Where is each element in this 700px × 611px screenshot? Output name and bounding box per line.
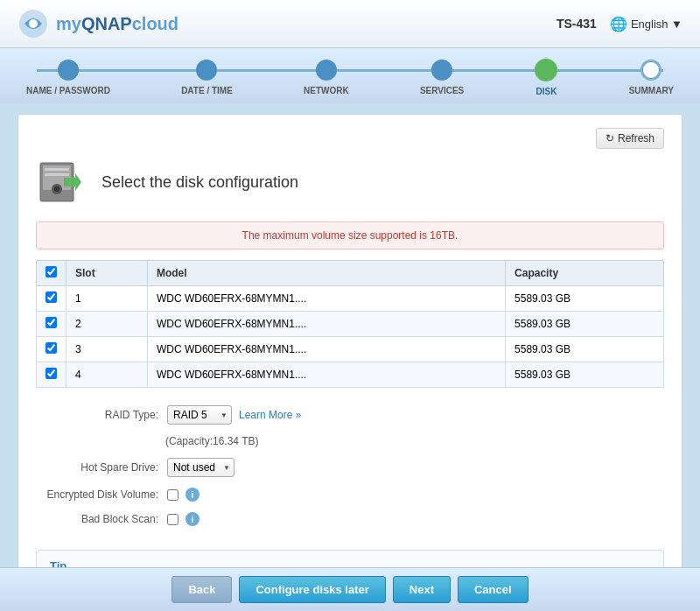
- step-circle-name-password: [58, 60, 79, 81]
- bad-block-checkbox[interactable]: [167, 514, 178, 525]
- th-slot: Slot: [66, 261, 148, 286]
- hot-spare-select-wrapper: Not used: [167, 458, 234, 477]
- row-model-1: WDC WD60EFRX-68MYMN1....: [147, 286, 505, 312]
- step-circle-disk: [535, 59, 557, 81]
- row-slot-1: 1: [66, 286, 148, 312]
- lang-label: English ▼: [631, 18, 682, 31]
- select-all-checkbox[interactable]: [46, 266, 57, 277]
- row-checkbox-4[interactable]: [46, 368, 57, 379]
- main-content: ↻ Refresh Select the disk configuration …: [18, 114, 682, 611]
- bad-block-value: i: [167, 512, 200, 526]
- cancel-button[interactable]: Cancel: [458, 576, 528, 603]
- refresh-label: Refresh: [618, 132, 654, 144]
- header-row: ↻ Refresh: [36, 128, 664, 149]
- header-right: TS-431 🌐 English ▼: [556, 16, 682, 32]
- warning-box: The maximum volume size supported is 16T…: [36, 221, 664, 249]
- row-capacity-4: 5589.03 GB: [506, 362, 664, 388]
- step-circle-date-time: [196, 60, 217, 81]
- th-checkbox: [37, 261, 66, 286]
- step-label-summary: SUMMARY: [629, 86, 674, 95]
- row-checkbox-1[interactable]: [46, 291, 57, 303]
- row-checkbox-cell: [37, 337, 66, 362]
- row-capacity-1: 5589.03 GB: [506, 286, 664, 312]
- lang-selector[interactable]: 🌐 English ▼: [610, 16, 682, 32]
- table-row: 2 WDC WD60EFRX-68MYMN1.... 5589.03 GB: [37, 312, 664, 337]
- row-model-3: WDC WD60EFRX-68MYMN1....: [147, 337, 505, 362]
- row-checkbox-2[interactable]: [46, 317, 57, 328]
- device-name: TS-431: [556, 17, 597, 31]
- svg-point-1: [29, 19, 38, 28]
- row-capacity-3: 5589.03 GB: [506, 337, 664, 362]
- step-date-time: DATE / TIME: [181, 60, 233, 95]
- disk-table: Slot Model Capacity 1 WDC WD60EFRX-68MYM…: [36, 260, 664, 388]
- row-slot-3: 3: [66, 337, 148, 362]
- step-name-password: NAME / PASSWORD: [26, 60, 110, 95]
- row-checkbox-cell: [37, 362, 66, 388]
- raid-type-row: RAID Type: RAID 0 RAID 1 RAID 5 RAID 6 R…: [36, 405, 664, 425]
- raid-type-select[interactable]: RAID 0 RAID 1 RAID 5 RAID 6 RAID 10 JBOD…: [167, 405, 232, 425]
- step-circle-services: [431, 60, 452, 81]
- page-title: Select the disk configuration: [102, 173, 298, 192]
- logo-icon: [18, 8, 49, 39]
- svg-rect-7: [45, 173, 69, 176]
- hot-spare-row: Hot Spare Drive: Not used: [36, 458, 664, 477]
- step-circle-network: [316, 60, 337, 81]
- row-checkbox-cell: [37, 312, 66, 337]
- th-capacity: Capacity: [506, 261, 664, 286]
- logo-text: myQNAPcloud: [56, 14, 178, 34]
- capacity-note: (Capacity:16.34 TB): [165, 435, 664, 447]
- table-row: 4 WDC WD60EFRX-68MYMN1.... 5589.03 GB: [37, 362, 664, 388]
- step-circle-summary: [640, 60, 662, 81]
- svg-point-5: [54, 186, 60, 192]
- bad-block-row: Bad Block Scan: i: [36, 512, 664, 526]
- row-model-4: WDC WD60EFRX-68MYMN1....: [147, 362, 505, 388]
- config-options: RAID Type: RAID 0 RAID 1 RAID 5 RAID 6 R…: [36, 401, 664, 541]
- th-model: Model: [147, 261, 505, 286]
- encrypted-row: Encrypted Disk Volume: i: [36, 488, 664, 502]
- row-capacity-2: 5589.03 GB: [506, 312, 664, 337]
- steps-bar: NAME / PASSWORD DATE / TIME NETWORK SERV…: [0, 48, 700, 103]
- encrypted-value: i: [167, 488, 200, 502]
- step-label-services: SERVICES: [420, 86, 464, 95]
- page-header: Select the disk configuration: [36, 156, 664, 208]
- refresh-icon: ↻: [606, 132, 614, 144]
- bad-block-info-icon[interactable]: i: [186, 512, 200, 526]
- table-row: 1 WDC WD60EFRX-68MYMN1.... 5589.03 GB: [37, 286, 664, 312]
- hot-spare-value: Not used: [167, 458, 234, 477]
- row-checkbox-cell: [37, 286, 66, 312]
- hot-spare-select[interactable]: Not used: [167, 458, 234, 477]
- table-row: 3 WDC WD60EFRX-68MYMN1.... 5589.03 GB: [37, 337, 664, 362]
- step-disk: DISK: [535, 59, 557, 96]
- bottom-bar: Back Configure disks later Next Cancel: [0, 567, 700, 611]
- encrypted-info-icon[interactable]: i: [186, 488, 200, 502]
- row-model-2: WDC WD60EFRX-68MYMN1....: [147, 312, 505, 337]
- raid-type-select-wrapper: RAID 0 RAID 1 RAID 5 RAID 6 RAID 10 JBOD…: [167, 405, 232, 425]
- step-label-network: NETWORK: [304, 86, 349, 95]
- step-services: SERVICES: [420, 60, 464, 95]
- globe-icon: 🌐: [610, 16, 627, 32]
- back-button[interactable]: Back: [172, 576, 232, 603]
- disk-icon: [36, 156, 88, 208]
- row-checkbox-3[interactable]: [46, 342, 57, 354]
- row-slot-2: 2: [66, 312, 148, 337]
- table-header-row: Slot Model Capacity: [37, 261, 664, 286]
- step-label-disk: DISK: [536, 87, 557, 96]
- steps-line: NAME / PASSWORD DATE / TIME NETWORK SERV…: [26, 59, 674, 96]
- row-slot-4: 4: [66, 362, 148, 388]
- raid-type-value: RAID 0 RAID 1 RAID 5 RAID 6 RAID 10 JBOD…: [167, 405, 301, 425]
- learn-more-link[interactable]: Learn More »: [239, 409, 301, 421]
- logo: myQNAPcloud: [18, 8, 178, 39]
- svg-rect-6: [45, 168, 69, 171]
- hot-spare-label: Hot Spare Drive:: [36, 461, 158, 474]
- next-button[interactable]: Next: [393, 576, 451, 603]
- step-network: NETWORK: [304, 60, 349, 95]
- step-label-name-password: NAME / PASSWORD: [26, 86, 110, 95]
- refresh-button[interactable]: ↻ Refresh: [596, 128, 664, 149]
- encrypted-label: Encrypted Disk Volume:: [36, 488, 158, 501]
- bad-block-label: Bad Block Scan:: [36, 513, 158, 525]
- configure-later-button[interactable]: Configure disks later: [239, 576, 385, 603]
- header: myQNAPcloud TS-431 🌐 English ▼: [0, 0, 700, 48]
- raid-type-label: RAID Type:: [36, 409, 158, 421]
- step-summary: SUMMARY: [629, 60, 674, 95]
- encrypted-checkbox[interactable]: [167, 489, 178, 501]
